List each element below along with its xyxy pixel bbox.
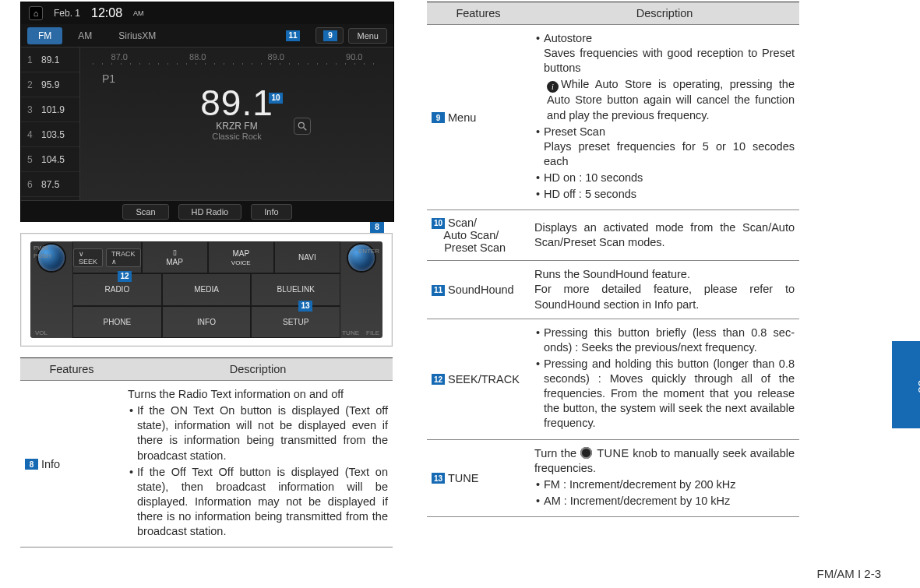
info-bullet-1: If the ON Text On button is displayed (T… <box>128 403 388 463</box>
feat-scan-l3: Preset Scan <box>444 241 506 254</box>
ref-10: 10 <box>432 218 445 229</box>
tab-fm[interactable]: FM <box>27 27 62 44</box>
col-description: Description <box>123 358 393 381</box>
info-hw-button[interactable]: INFO <box>162 306 252 338</box>
feat-seek: SEEK/TRACK <box>448 373 520 386</box>
tune-knob-icon <box>580 447 592 459</box>
map-voice-button[interactable]: MAPVOICE <box>208 241 274 273</box>
seek-bullet-2: Pressing and holding this button (longer… <box>534 357 795 431</box>
col-features-r: Features <box>427 2 530 25</box>
media-button[interactable]: MEDIA <box>162 273 252 305</box>
row-info: 8Info Turns the Radio Text information o… <box>20 381 393 548</box>
tick: 88.0 <box>189 52 206 62</box>
scan-button[interactable]: Scan <box>122 204 168 220</box>
hardware-panel: ∨ SEEKTRACK ∧ ▯MAP MAPVOICE NAVI RADIO M… <box>20 233 393 347</box>
svg-line-1 <box>304 128 307 131</box>
callout-8: 8 <box>370 222 384 233</box>
features-table-right: Features Description 9Menu Autostore Sav… <box>427 2 799 517</box>
tune-bullet-2: AM : Increment/decrement by 10 kHz <box>534 494 795 509</box>
preset-6[interactable]: 687.5 <box>21 172 79 197</box>
tab-am[interactable]: AM <box>67 27 103 44</box>
file-label: FILE <box>366 329 379 336</box>
tune-hw-label: TUNE <box>342 329 359 336</box>
row-soundhound: 11SoundHound Runs the SoundHound feature… <box>427 261 799 319</box>
setup-button[interactable]: SETUP <box>251 306 340 338</box>
feat-scan-l2: Auto Scan/ <box>443 229 499 241</box>
row-tune: 13TUNE Turn the TUNE knob to manually se… <box>427 439 799 517</box>
bottom-toolbar: Scan HD Radio Info <box>21 200 393 222</box>
ref-13: 13 <box>432 473 445 484</box>
menu-hdon: HD on : 10 seconds <box>534 171 795 185</box>
svg-point-0 <box>298 122 304 128</box>
features-table-left: Features Description 8Info Turns the Rad… <box>20 357 393 548</box>
source-tabs: FM AM SiriusXM 🎵 Menu <box>21 24 393 48</box>
tab-sxm[interactable]: SiriusXM <box>108 27 167 44</box>
preset-indicator: P1 <box>102 72 115 85</box>
tuner-main: 87.0 88.0 89.0 90.0 P1 89.1 KRZR FM Clas… <box>80 48 393 200</box>
tune-lead: Turn the TUNE knob to manually seek avai… <box>534 446 795 476</box>
scan-indicator-icon[interactable] <box>294 118 311 135</box>
hdradio-button[interactable]: HD Radio <box>178 204 242 220</box>
tick: 90.0 <box>346 52 362 62</box>
status-ampm: AM <box>133 9 144 17</box>
row-seek: 12SEEK/TRACK Pressing this button briefl… <box>427 319 799 439</box>
ref-11: 11 <box>432 285 445 296</box>
tick: 87.0 <box>111 52 128 62</box>
thumb-index: 02 <box>892 0 920 588</box>
seek-track-rocker[interactable]: ∨ SEEKTRACK ∧ <box>72 241 142 273</box>
scanmode-desc: Displays an activated mode from the Scan… <box>530 210 799 261</box>
preset-4[interactable]: 4103.5 <box>21 122 79 147</box>
thumb-label: 02 <box>915 380 920 393</box>
feat-sh: SoundHound <box>448 283 514 296</box>
row-scanmode: 10Scan/ Auto Scan/ Preset Scan Displays … <box>427 210 799 261</box>
info-icon: i <box>547 81 559 93</box>
navi-button[interactable]: NAVI <box>274 241 340 273</box>
status-time: 12:08 <box>91 6 122 20</box>
preset-2[interactable]: 295.9 <box>21 72 79 97</box>
feat-info: Info <box>41 458 60 470</box>
feat-scan-l1: Scan/ <box>448 217 477 229</box>
status-date: Feb. 1 <box>54 8 80 19</box>
statusbar: ⌂ Feb. 1 12:08 AM <box>21 2 393 24</box>
menu-hdoff: HD off : 5 seconds <box>534 187 795 202</box>
radio-screenshot: ⌂ Feb. 1 12:08 AM FM AM SiriusXM 🎵 Menu … <box>20 2 394 222</box>
info-button[interactable]: Info <box>251 204 291 220</box>
tune-knob[interactable] <box>340 241 382 273</box>
menu-note: iWhile Auto Store is operating, pressing… <box>534 77 795 122</box>
vol-label: VOL <box>35 329 48 336</box>
dial-scale <box>93 63 381 65</box>
manual-page: ⌂ Feb. 1 12:08 AM FM AM SiriusXM 🎵 Menu … <box>0 0 920 588</box>
preset-list: 189.1 295.9 3101.9 4103.5 5104.5 687.5 <box>21 48 80 200</box>
preset-1[interactable]: 189.1 <box>21 48 79 72</box>
info-bullet-2: If the Off Text Off button is displayed … <box>128 465 388 540</box>
seek-bullet-1: Pressing this button briefly (less than … <box>534 326 795 355</box>
sh-line1: Runs the SoundHound feature. <box>534 268 690 280</box>
sh-line2: For more detailed feature, please refer … <box>534 283 795 310</box>
feat-menu: Menu <box>448 111 476 124</box>
callout-12: 12 <box>118 271 132 282</box>
station-name: KRZR FM <box>216 121 257 132</box>
enter-label: ENTER <box>358 248 379 255</box>
callout-11: 11 <box>286 30 300 41</box>
home-icon: ⌂ <box>29 6 43 20</box>
left-column: ⌂ Feb. 1 12:08 AM FM AM SiriusXM 🎵 Menu … <box>0 0 421 588</box>
info-lead: Turns the Radio Text information on and … <box>128 387 388 402</box>
ref-9: 9 <box>432 112 445 123</box>
station-genre: Classic Rock <box>212 132 262 141</box>
right-column: Features Description 9Menu Autostore Sav… <box>421 0 841 588</box>
preset-5[interactable]: 5104.5 <box>21 147 79 172</box>
map-button[interactable]: ▯MAP <box>142 241 208 273</box>
tune-bullet-1: FM : Increment/decrement by 200 kHz <box>534 477 795 492</box>
push-label: PUSH <box>33 252 51 259</box>
phone-button[interactable]: PHONE <box>72 306 162 338</box>
callout-10: 10 <box>269 93 283 104</box>
menu-button[interactable]: Menu <box>348 28 387 44</box>
menu-autostore: Autostore Saves frequencies with good re… <box>534 31 795 76</box>
page-footer: FM/AM I 2-3 <box>816 567 881 580</box>
col-features: Features <box>20 358 123 381</box>
callout-9: 9 <box>323 30 337 41</box>
preset-3[interactable]: 3101.9 <box>21 97 79 122</box>
ref-8: 8 <box>25 459 38 470</box>
bluelink-button[interactable]: BLUELINK <box>251 273 340 305</box>
row-menu: 9Menu Autostore Saves frequencies with g… <box>427 25 799 210</box>
